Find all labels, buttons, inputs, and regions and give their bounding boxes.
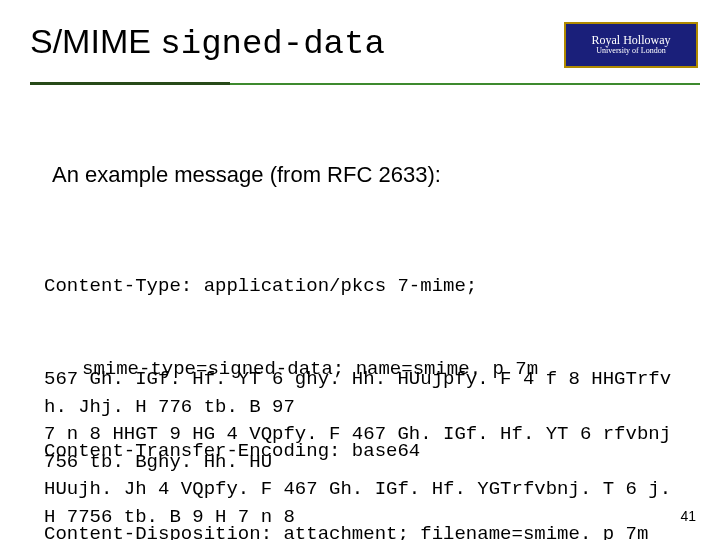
underline-light	[230, 83, 700, 85]
page-number: 41	[680, 508, 696, 524]
header-line-1: Content-Type: application/pkcs 7-mime;	[44, 273, 690, 301]
underline-dark	[30, 82, 230, 85]
university-logo: Royal Holloway University of London	[564, 22, 698, 68]
body-line-2: 7 n 8 HHGT 9 HG 4 VQpfy. F 467 Gh. IGf. …	[44, 421, 690, 476]
body-line-3: HUujh. Jh 4 VQpfy. F 467 Gh. IGf. Hf. YG…	[44, 476, 690, 531]
body-line-1: 567 Gh. IGf. Hf. YT 6 ghy. Hh. HUujpfy. …	[44, 366, 690, 421]
logo-line2: University of London	[596, 47, 665, 56]
title-code: signed-data	[160, 25, 384, 63]
intro-text: An example message (from RFC 2633):	[52, 162, 680, 188]
slide: S/MIME signed-data Royal Holloway Univer…	[0, 0, 720, 540]
title-underline	[0, 82, 720, 86]
encoded-body: 567 Gh. IGf. Hf. YT 6 ghy. Hh. HUujpfy. …	[44, 366, 690, 531]
slide-title: S/MIME signed-data	[30, 22, 385, 60]
title-prefix: S/MIME	[30, 22, 160, 60]
